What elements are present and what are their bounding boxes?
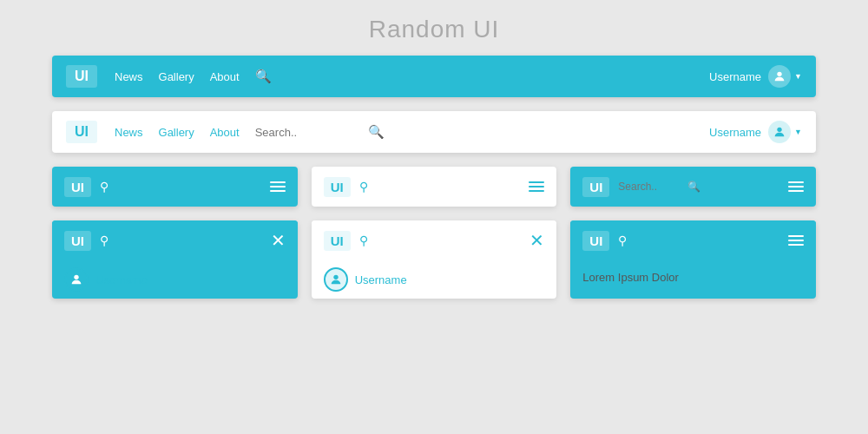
- small-brand-b1: UI: [64, 177, 91, 197]
- navbar-blue-full: UI News Gallery About 🔍 Username ▼: [52, 56, 816, 97]
- small-navbar-blue-search: UI 🔍: [570, 167, 816, 207]
- svg-point-0: [777, 72, 781, 76]
- username-label-2: Username: [709, 126, 761, 139]
- nav-link-gallery-2[interactable]: Gallery: [159, 126, 194, 139]
- hamburger-icon-cb2[interactable]: [788, 235, 804, 246]
- svg-point-2: [74, 275, 78, 279]
- search-icon-cb1[interactable]: ⚲: [100, 233, 108, 247]
- lorem-text: Lorem Ipsum Dolor: [582, 271, 679, 284]
- card-header-blue-1: UI ⚲ ✕: [52, 220, 298, 260]
- page-title: Random UI: [0, 0, 868, 56]
- nav-link-news-1[interactable]: News: [115, 70, 143, 83]
- nav-link-about-1[interactable]: About: [210, 70, 240, 83]
- small-navbar-white-1: UI ⚲: [312, 167, 557, 207]
- card-blue-2: UI ⚲ Lorem Ipsum Dolor: [570, 220, 816, 299]
- username-w1: Username: [355, 273, 407, 286]
- nav-link-gallery-1[interactable]: Gallery: [159, 70, 194, 83]
- search-input-small[interactable]: [618, 181, 687, 193]
- brand-2: UI: [66, 121, 97, 143]
- brand-1: UI: [66, 65, 97, 88]
- dropdown-arrow-2[interactable]: ▼: [794, 128, 802, 136]
- card-blue-1: UI ⚲ ✕ Username: [52, 220, 298, 299]
- hamburger-icon-w1[interactable]: [529, 181, 544, 192]
- small-nav-row-1: UI ⚲ UI ⚲ UI 🔍: [52, 167, 816, 207]
- search-icon-cb2[interactable]: ⚲: [618, 233, 627, 247]
- small-brand-cw1: UI: [324, 231, 351, 251]
- small-brand-bs: UI: [582, 177, 609, 197]
- nav-link-news-2[interactable]: News: [115, 126, 143, 139]
- hamburger-icon-b1[interactable]: [270, 181, 286, 192]
- card-body-b2: Lorem Ipsum Dolor: [570, 260, 816, 293]
- nav-link-about-2[interactable]: About: [210, 126, 240, 139]
- search-icon-2[interactable]: 🔍: [368, 124, 385, 140]
- username-b1: Username: [95, 273, 148, 286]
- user-menu-1[interactable]: Username ▼: [709, 65, 802, 88]
- search-input-2[interactable]: [255, 126, 368, 139]
- small-brand-w1: UI: [324, 177, 351, 197]
- card-header-blue-2: UI ⚲: [570, 220, 816, 260]
- navbar-white-full: UI News Gallery About 🔍 Username ▼: [52, 111, 816, 153]
- dropdown-arrow-1[interactable]: ▼: [794, 72, 802, 81]
- search-icon-1[interactable]: 🔍: [255, 69, 272, 84]
- username-label-1: Username: [709, 70, 761, 83]
- search-icon-s1[interactable]: ⚲: [100, 180, 108, 194]
- avatar-2: [768, 121, 791, 143]
- user-row-b1: Username: [52, 260, 298, 299]
- user-avatar-icon-w1: [329, 273, 343, 286]
- hamburger-icon-bs[interactable]: [788, 181, 804, 192]
- search-icon-sw1[interactable]: ⚲: [359, 180, 368, 194]
- close-icon-b1[interactable]: ✕: [271, 230, 286, 251]
- card-white-1: UI ⚲ ✕ Username: [312, 220, 557, 299]
- user-row-w1: Username: [312, 260, 557, 299]
- svg-point-1: [777, 128, 781, 132]
- small-brand-cb2: UI: [582, 231, 609, 251]
- user-menu-2[interactable]: Username ▼: [709, 121, 802, 143]
- svg-point-3: [333, 275, 338, 279]
- search-icon-cw1[interactable]: ⚲: [359, 233, 368, 247]
- close-icon-w1[interactable]: ✕: [529, 230, 544, 251]
- search-box-row: 🔍: [618, 181, 703, 193]
- search-icon-bs[interactable]: 🔍: [687, 181, 700, 193]
- small-brand-cb1: UI: [64, 231, 91, 251]
- small-navbar-blue-1: UI ⚲: [52, 167, 298, 207]
- card-header-white-1: UI ⚲ ✕: [312, 220, 557, 260]
- small-nav-row-2: UI ⚲ ✕ Username UI ⚲ ✕: [52, 220, 816, 299]
- avatar-1: [768, 65, 791, 88]
- user-avatar-icon-b1: [69, 273, 83, 286]
